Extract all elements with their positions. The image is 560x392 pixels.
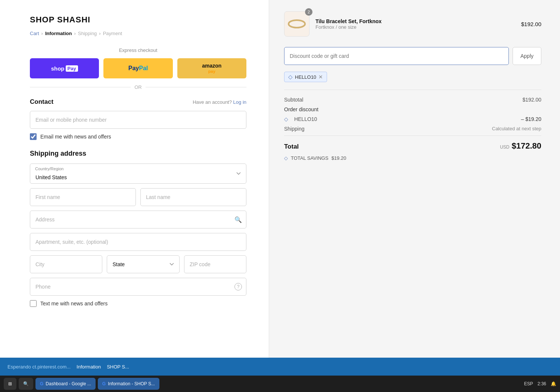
subtotal-value: $192.00 [522,97,541,103]
order-summary: Subtotal $192.00 Order discount ◇ HELLO1… [284,90,541,161]
sms-row: Text me with news and offers [30,300,246,307]
shipping-value: Calculated at next step [492,126,541,132]
address-field-wrapper: 🔍 [30,211,246,228]
subtotal-row: Subtotal $192.00 [284,97,541,103]
left-panel: SHOP SHASHI Cart › Information › Shippin… [0,0,269,358]
discount-code-tag-label: HELLO10 [295,74,316,80]
discount-row: Apply [284,47,541,65]
bottom-bar: Esperando ct.pinterest.com... Informatio… [0,358,560,376]
taskbar: ⊞ 🔍 G Dashboard - Google ... G Informati… [0,376,560,392]
phone-help-icon: ? [234,283,242,290]
taskbar-start: ⊞ 🔍 G Dashboard - Google ... G Informati… [4,378,159,390]
breadcrumb: Cart › Information › Shipping › Payment [30,31,246,36]
apt-input[interactable] [30,233,246,251]
taskbar-time: 2:36 [538,381,546,386]
or-divider: OR [30,84,246,90]
product-image-wrapper: 2 [284,11,309,37]
amazonpay-label: amazon pay [202,63,221,73]
google-icon: G [40,381,43,386]
paypal-button[interactable]: PayPal [103,58,172,78]
city-input[interactable] [30,255,102,273]
express-payment-buttons: shop Pay PayPal amazon pay [30,58,246,78]
login-link[interactable]: Log in [233,99,246,105]
savings-amount: $19.20 [332,155,346,161]
discount-tag-close[interactable]: ✕ [318,74,323,80]
bottom-bar-links: Information SHOP S... [77,364,129,370]
sms-checkbox[interactable] [30,300,37,307]
shoppay-shop-text: shop [51,65,65,72]
shoppay-button[interactable]: shop Pay [30,58,99,78]
first-name-input[interactable] [30,188,136,206]
contact-header: Contact Have an account? Log in [30,98,246,106]
bottom-link-shop[interactable]: SHOP S... [107,364,129,370]
product-item: 2 Tilu Bracelet Set, Fortknox Fortknox /… [284,11,541,37]
google-icon2: G [102,381,106,386]
last-name-input[interactable] [140,188,246,206]
sms-label: Text me with news and offers [40,301,108,307]
country-field-wrapper: Country/Region United States [30,164,246,184]
name-row [30,188,246,206]
taskbar-search-icon: 🔍 [23,381,29,386]
discount-amount: – $19.20 [521,116,542,122]
loading-text: Esperando ct.pinterest.com... [7,364,71,370]
address-search-icon: 🔍 [234,216,242,223]
browser2-label: Information - SHOP S... [108,381,155,386]
breadcrumb-sep1: › [41,31,43,36]
discount-input[interactable] [284,47,509,65]
order-discount-label: Order discount [284,106,318,112]
browser1-label: Dashboard - Google ... [46,381,91,386]
newsletter-checkbox[interactable] [30,133,37,140]
bottom-link-information[interactable]: Information [77,364,101,370]
newsletter-row: Email me with news and offers [30,133,246,140]
breadcrumb-sep2: › [74,31,75,36]
paypal-label: PayPal [128,65,148,72]
total-right: USD $172.80 [500,141,541,151]
taskbar-lang: ESP [524,381,533,386]
taskbar-right: ESP 2:36 🔔 [524,381,556,386]
total-label: Total [284,143,299,150]
shipping-title: Shipping address [30,150,246,158]
amazonpay-button[interactable]: amazon pay [177,58,246,78]
login-link-label: Have an account? Log in [193,99,246,105]
shop-title: SHOP SHASHI [30,15,246,25]
discount-tag-icon: ◇ [288,74,293,80]
savings-row: ◇ TOTAL SAVINGS $19.20 [284,155,541,161]
product-image [284,11,309,37]
product-variant: Fortknox / one size [315,24,515,30]
total-currency: USD [500,144,509,150]
start-button[interactable]: ⊞ [4,378,16,390]
product-quantity-badge: 2 [305,8,312,16]
subtotal-label: Subtotal [284,97,303,103]
bracelet-icon [287,18,306,29]
zip-input[interactable] [184,255,246,273]
savings-icon: ◇ [284,155,288,161]
breadcrumb-sep3: › [99,31,100,36]
express-checkout-label: Express checkout [30,47,246,53]
browser2-button[interactable]: G Information - SHOP S... [98,378,159,390]
right-panel: 2 Tilu Bracelet Set, Fortknox Fortknox /… [269,0,560,358]
address-input[interactable] [30,211,246,228]
windows-icon: ⊞ [8,381,12,386]
order-discount-row: Order discount [284,106,541,112]
contact-title: Contact [30,98,53,106]
breadcrumb-cart[interactable]: Cart [30,31,39,36]
shipping-row: Shipping Calculated at next step [284,126,541,132]
shoppay-pay-text: Pay [66,65,78,72]
apply-button[interactable]: Apply [513,47,541,65]
total-row: Total USD $172.80 [284,136,541,151]
discount-tag: ◇ HELLO10 ✕ [284,72,327,82]
search-button[interactable]: 🔍 [19,378,33,390]
newsletter-label: Email me with news and offers [40,134,111,140]
shipping-label: Shipping [284,126,305,132]
phone-input[interactable] [30,278,246,296]
email-input[interactable] [30,111,246,129]
breadcrumb-shipping: Shipping [78,31,97,36]
product-details: Tilu Bracelet Set, Fortknox Fortknox / o… [315,18,515,30]
product-price: $192.00 [521,21,541,27]
browser1-button[interactable]: G Dashboard - Google ... [35,378,96,390]
city-state-zip-row: State [30,255,246,273]
country-select[interactable]: United States [30,164,246,184]
state-select[interactable]: State [107,255,179,273]
breadcrumb-information: Information [45,31,72,36]
phone-field-wrapper: ? [30,278,246,296]
